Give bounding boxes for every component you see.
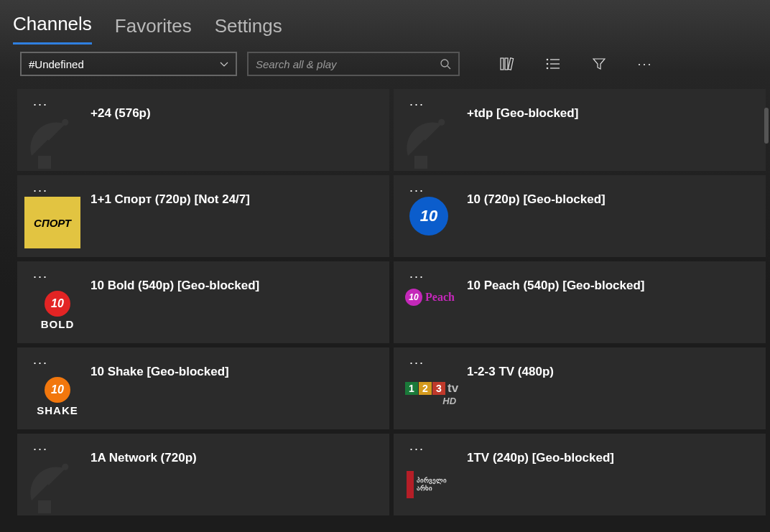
more-icon[interactable]: ··· (638, 57, 652, 71)
channel-logo (401, 98, 467, 162)
channel-card[interactable]: ··· +tdp [Geo-blocked] (394, 89, 766, 171)
tab-settings[interactable]: Settings (215, 15, 282, 45)
svg-point-5 (547, 59, 549, 61)
channel-title: 10 (720p) [Geo-blocked] (467, 184, 606, 207)
bold-logo: 10 BOLD (24, 291, 91, 330)
channel-card[interactable]: ··· +24 (576p) (17, 89, 389, 171)
channel-logo: 10 BOLD (24, 270, 91, 335)
channel-title: 10 Peach (540p) [Geo-blocked] (467, 270, 645, 293)
tab-channels[interactable]: Channels (13, 13, 92, 45)
channel-logo: СПОРТ (24, 184, 91, 248)
toolbar-actions: ··· (500, 57, 652, 71)
category-select[interactable]: #Undefined (20, 52, 237, 76)
svg-point-18 (62, 464, 68, 470)
search-box[interactable] (247, 52, 460, 76)
channel-card[interactable]: ··· 10 SHAKE 10 Shake [Geo-blocked] (17, 347, 389, 429)
channel-logo (24, 442, 91, 507)
search-icon (440, 58, 451, 70)
satellite-dish-icon (19, 111, 83, 171)
list-view-icon[interactable] (546, 57, 560, 71)
channel-title: 10 Shake [Geo-blocked] (91, 356, 229, 379)
channel-title: +24 (576p) (91, 98, 151, 121)
channel-title: 10 Bold (540p) [Geo-blocked] (91, 270, 259, 293)
channel-logo: 1 2 3 tv HD (401, 356, 467, 421)
svg-point-0 (441, 60, 448, 67)
chevron-down-icon (220, 60, 228, 68)
channel-logo: პირველი არხი (401, 442, 467, 507)
channel-card[interactable]: ··· СПОРТ 1+1 Спорт (720p) [Not 24/7] (17, 175, 389, 257)
toolbar: #Undefined ··· (0, 52, 770, 89)
channel-logo: 10 Peach (401, 270, 467, 335)
peach-logo: 10 Peach (405, 289, 455, 306)
channel-card[interactable]: ··· 1 2 3 tv HD 1-2-3 TV (480p) (394, 347, 766, 429)
search-input[interactable] (256, 58, 440, 70)
svg-line-1 (447, 66, 450, 69)
satellite-dish-icon (395, 111, 460, 171)
channel-card[interactable]: ··· 10 BOLD 10 Bold (540p) [Geo-blocked] (17, 261, 389, 343)
tab-bar: Channels Favorites Settings (0, 0, 770, 52)
channel-logo (24, 98, 91, 162)
category-selected: #Undefined (29, 58, 84, 70)
channel-card[interactable]: ··· 10 10 (720p) [Geo-blocked] (394, 175, 766, 257)
1tv-logo: პირველი არხი (407, 471, 447, 498)
svg-point-15 (438, 119, 445, 126)
shake-logo: 10 SHAKE (24, 377, 91, 416)
channel-title: 1TV (240p) [Geo-blocked] (467, 442, 614, 465)
123tv-logo: 1 2 3 tv HD (405, 381, 458, 406)
svg-rect-13 (38, 156, 51, 169)
svg-point-12 (62, 119, 68, 126)
channel-card[interactable]: ··· პირველი არხი 1TV (240p) [Geo-blocked… (394, 434, 766, 515)
ten-logo: 10 (409, 197, 448, 235)
channel-card[interactable]: ··· 1A Network (720p) (17, 434, 389, 515)
satellite-dish-icon (19, 455, 83, 515)
channel-title: 1-2-3 TV (480p) (467, 356, 554, 379)
channel-logo: 10 (401, 184, 467, 248)
library-icon[interactable] (500, 57, 514, 71)
svg-rect-16 (414, 156, 427, 169)
channel-grid: ··· +24 (576p) ··· +tdp [Geo-blocked] ··… (0, 89, 770, 515)
svg-rect-19 (38, 500, 51, 513)
svg-point-9 (547, 67, 549, 70)
svg-rect-4 (508, 58, 513, 70)
tab-favorites[interactable]: Favorites (115, 15, 192, 45)
channel-title: 1+1 Спорт (720p) [Not 24/7] (91, 184, 250, 207)
channel-card[interactable]: ··· 10 Peach 10 Peach (540p) [Geo-blocke… (394, 261, 766, 343)
channel-logo: 10 SHAKE (24, 356, 91, 421)
channel-title: +tdp [Geo-blocked] (467, 98, 578, 121)
channel-title: 1A Network (720p) (91, 442, 197, 465)
svg-rect-3 (505, 58, 508, 70)
sport-logo: СПОРТ (24, 197, 80, 248)
filter-icon[interactable] (592, 57, 606, 71)
svg-rect-2 (501, 58, 504, 70)
scrollbar-thumb[interactable] (764, 108, 769, 144)
svg-point-7 (547, 63, 549, 65)
